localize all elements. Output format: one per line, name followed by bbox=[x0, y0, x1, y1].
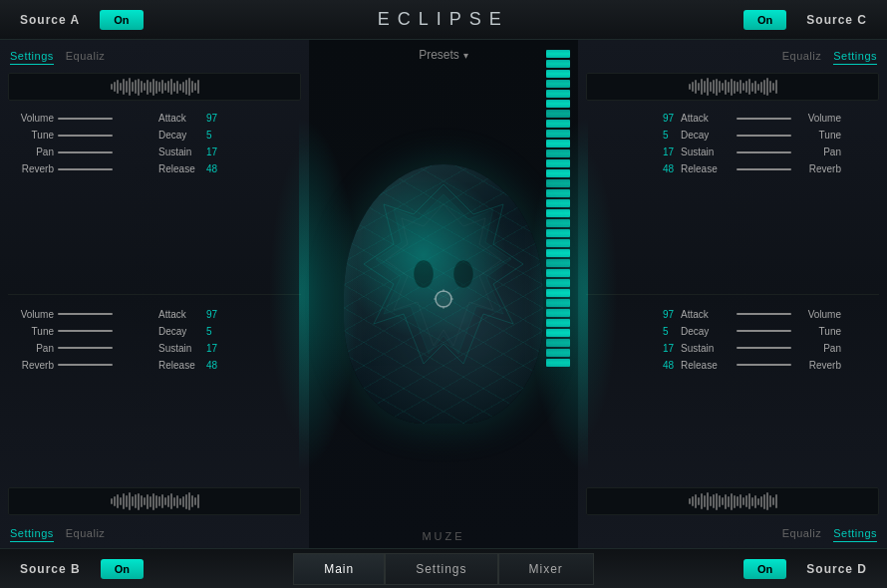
volume-slider-tr[interactable] bbox=[737, 118, 791, 120]
panels-area: Settings Equaliz bbox=[0, 40, 887, 548]
tune-slider-b[interactable] bbox=[58, 330, 113, 332]
tune-slider[interactable] bbox=[58, 135, 113, 137]
tab-equaliz-top-right[interactable]: Equaliz bbox=[782, 50, 822, 65]
pan-label-b: Pan bbox=[12, 343, 54, 354]
decay-label-br: Decay bbox=[681, 326, 729, 337]
attack-label: Attack bbox=[158, 113, 206, 124]
attack-label-b: Attack bbox=[158, 309, 206, 320]
pan-row-tr: Pan bbox=[737, 147, 875, 157]
reverb-slider[interactable] bbox=[58, 168, 113, 170]
tab-settings-bottom-right[interactable]: Settings bbox=[833, 527, 877, 542]
volume-row-b: Volume bbox=[12, 309, 150, 320]
sustain-value-tr: 17 bbox=[663, 147, 681, 157]
release-value-b: 48 bbox=[206, 360, 224, 371]
attack-value-b: 97 bbox=[206, 309, 224, 320]
tab-settings[interactable]: Settings bbox=[385, 553, 497, 585]
waveform-top-left bbox=[8, 73, 301, 101]
tab-equaliz-bottom-left[interactable]: Equaliz bbox=[66, 527, 106, 542]
reverb-row-br: Reverb bbox=[737, 360, 875, 371]
reverb-slider-b[interactable] bbox=[58, 364, 113, 366]
tab-settings-top-right[interactable]: Settings bbox=[833, 50, 877, 65]
bottom-right-section: 97 Attack 5 Decay 17 Sustain bbox=[578, 295, 887, 549]
pan-row: Pan bbox=[12, 147, 150, 157]
on-button-c[interactable]: On bbox=[743, 10, 786, 30]
sustain-value-br: 17 bbox=[663, 343, 681, 354]
vol-tune-pan-reverb: Volume Tune Pan bbox=[12, 113, 150, 180]
release-label-br: Release bbox=[681, 360, 729, 371]
tune-label-b: Tune bbox=[12, 326, 54, 337]
svg-point-5 bbox=[436, 291, 451, 307]
controls-grid-bottom-left: Volume Tune Pan bbox=[12, 309, 297, 377]
tab-main[interactable]: Main bbox=[293, 553, 385, 585]
pan-label: Pan bbox=[12, 147, 54, 157]
presets-bar: Presets ▾ bbox=[411, 40, 476, 70]
pan-slider-br[interactable] bbox=[737, 347, 791, 349]
volume-slider-br[interactable] bbox=[737, 313, 791, 315]
pan-slider-tr[interactable] bbox=[737, 151, 791, 153]
volume-slider[interactable] bbox=[58, 118, 113, 120]
on-button-a[interactable]: On bbox=[100, 10, 143, 30]
reverb-slider-br[interactable] bbox=[737, 364, 791, 366]
volume-row-tr: Volume bbox=[737, 113, 875, 124]
bottom-right-tabs: Equaliz Settings bbox=[578, 519, 887, 546]
release-row: Release 48 bbox=[158, 163, 297, 174]
release-row-b: Release 48 bbox=[158, 360, 297, 371]
vol-tune-pan-reverb-tr: Volume Tune Pan bbox=[737, 113, 875, 180]
source-c-label: Source C bbox=[794, 13, 879, 27]
attack-row-tr: 97 Attack bbox=[590, 113, 729, 124]
tune-slider-tr[interactable] bbox=[737, 135, 791, 137]
decay-label-b: Decay bbox=[158, 326, 206, 337]
tune-row-br: Tune bbox=[737, 326, 875, 337]
reverb-label-tr: Reverb bbox=[799, 163, 841, 174]
release-row-br: 48 Release bbox=[590, 360, 729, 371]
tab-equaliz-bottom-right[interactable]: Equaliz bbox=[782, 527, 822, 542]
presets-label[interactable]: Presets bbox=[419, 48, 459, 62]
tune-row-tr: Tune bbox=[737, 130, 875, 141]
sustain-label-tr: Sustain bbox=[681, 147, 729, 157]
sustain-row-b: Sustain 17 bbox=[158, 343, 297, 354]
vol-tune-pan-reverb-b: Volume Tune Pan bbox=[12, 309, 150, 377]
on-button-b[interactable]: On bbox=[101, 559, 144, 579]
bottom-left-section: Volume Tune Pan bbox=[0, 295, 309, 549]
decay-label-tr: Decay bbox=[681, 130, 729, 141]
attack-row-br: 97 Attack bbox=[590, 309, 729, 320]
tab-mixer[interactable]: Mixer bbox=[498, 553, 594, 585]
decay-value: 5 bbox=[206, 130, 224, 141]
left-panel: Settings Equaliz bbox=[0, 40, 309, 548]
svg-point-3 bbox=[414, 260, 434, 288]
tune-slider-br[interactable] bbox=[737, 330, 791, 332]
source-b-label: Source B bbox=[8, 562, 93, 576]
tab-equaliz-top-left[interactable]: Equaliz bbox=[66, 50, 106, 65]
reverb-row: Reverb bbox=[12, 163, 150, 174]
waveform-bars-bottom-left bbox=[107, 488, 203, 514]
on-button-d[interactable]: On bbox=[743, 559, 786, 579]
sustain-row: Sustain 17 bbox=[158, 147, 297, 157]
volume-row: Volume bbox=[12, 113, 150, 124]
waveform-bottom-left bbox=[8, 487, 301, 515]
attack-decay-sustain-release: Attack 97 Decay 5 Sustain 17 bbox=[158, 113, 297, 180]
controls-bottom-right: 97 Attack 5 Decay 17 Sustain bbox=[578, 297, 887, 484]
release-value-br: 48 bbox=[663, 360, 681, 371]
volume-label: Volume bbox=[12, 113, 54, 124]
decay-row-tr: 5 Decay bbox=[590, 130, 729, 141]
source-a-label: Source A bbox=[8, 13, 92, 27]
decay-row-b: Decay 5 bbox=[158, 326, 297, 337]
waveform-bars-top-right bbox=[685, 74, 781, 100]
presets-arrow-icon[interactable]: ▾ bbox=[463, 50, 468, 61]
attack-row: Attack 97 bbox=[158, 113, 297, 124]
decay-label: Decay bbox=[158, 130, 206, 141]
center-panel: Presets ▾ bbox=[309, 40, 578, 548]
vol-tune-pan-reverb-br: Volume Tune Pan bbox=[737, 309, 875, 377]
volume-slider-b[interactable] bbox=[58, 313, 113, 315]
decay-value-tr: 5 bbox=[663, 130, 681, 141]
waveform-top-right bbox=[586, 73, 879, 101]
pan-slider-b[interactable] bbox=[58, 347, 113, 349]
volume-label-br: Volume bbox=[799, 309, 841, 320]
pan-slider[interactable] bbox=[58, 151, 113, 153]
tab-settings-bottom-left[interactable]: Settings bbox=[10, 527, 54, 542]
tab-settings-top-left[interactable]: Settings bbox=[10, 50, 54, 65]
reverb-slider-tr[interactable] bbox=[737, 168, 791, 170]
sustain-label: Sustain bbox=[158, 147, 206, 157]
volume-label-tr: Volume bbox=[799, 113, 841, 124]
volume-label-b: Volume bbox=[12, 309, 54, 320]
